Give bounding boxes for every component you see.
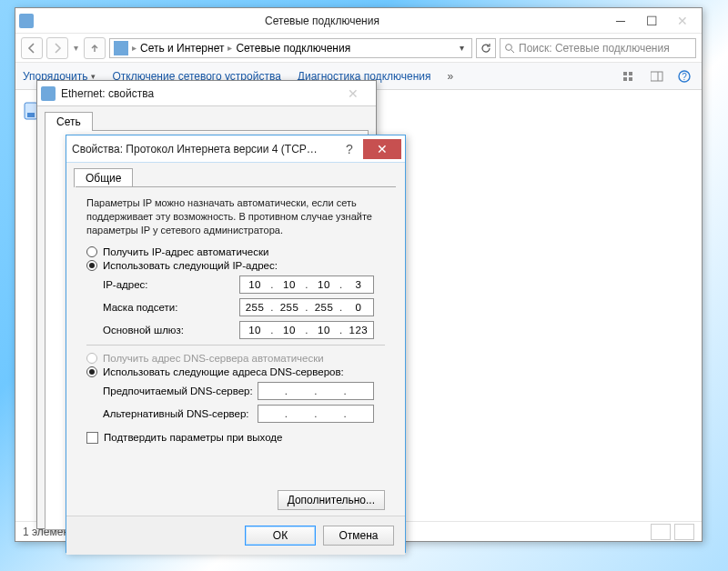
ipv4-titlebar[interactable]: Свойства: Протокол Интернета версии 4 (T… [66,135,405,163]
separator [86,345,385,346]
window-title: Сетевые подключения [39,15,605,27]
back-button[interactable] [21,37,43,59]
close-button[interactable]: ✕ [667,11,698,31]
arrow-right-icon [52,43,63,54]
window-title: Ethernet: свойства [61,87,334,100]
radio-manual-dns[interactable]: Использовать следующие адреса DNS-сервер… [86,366,385,377]
close-button[interactable]: ✕ [363,139,401,159]
chevron-right-icon: ▸ [132,43,136,53]
label-ip: IP-адрес: [103,279,239,290]
radio-icon [86,260,97,271]
svg-rect-4 [629,77,632,81]
breadcrumb-segment[interactable]: Сетевые подключения [236,42,350,55]
nav-bar: ▾ ▸ Сеть и Интернет ▸ Сетевые подключени… [15,34,702,63]
tab-strip: Общие [66,163,405,186]
forward-button[interactable] [46,37,68,59]
checkbox-icon [86,432,98,444]
radio-icon [86,246,97,257]
ok-button[interactable]: ОК [245,526,316,546]
subnet-mask-input[interactable]: 255. 255. 255. 0 [239,298,374,316]
adapter-icon [41,86,56,101]
pane-icon [651,71,663,82]
minimize-button[interactable]: ─ [605,11,636,31]
label-dns-preferred: Предпочитаемый DNS-сервер: [103,386,258,396]
label-gateway: Основной шлюз: [103,325,239,336]
search-placeholder: Поиск: Сетевые подключения [519,42,670,55]
radio-icon [86,366,97,377]
radio-label: Получить адрес DNS-сервера автоматически [103,353,324,364]
row-gateway: Основной шлюз: 10. 10. 10. 123 [103,321,385,339]
ip-address-input[interactable]: 10. 10. 10. 3 [239,275,374,294]
view-options-button[interactable] [620,67,640,85]
window-title: Свойства: Протокол Интернета версии 4 (T… [70,143,336,155]
row-ip-address: IP-адрес: 10. 10. 10. 3 [103,275,385,294]
context-help-button[interactable]: ? [336,142,363,156]
chevron-down-icon: ▾ [91,72,96,81]
dialog-buttons: ОК Отмена [66,516,405,555]
label-mask: Маска подсети: [103,302,239,313]
radio-label: Получить IP-адрес автоматически [103,246,268,257]
radio-auto-dns: Получить адрес DNS-сервера автоматически [86,353,385,364]
help-button[interactable]: ? [674,67,694,85]
gateway-input[interactable]: 10. 10. 10. 123 [239,321,374,339]
ipv4-properties-dialog: Свойства: Протокол Интернета версии 4 (T… [66,135,406,553]
refresh-button[interactable] [476,38,496,58]
row-dns-preferred: Предпочитаемый DNS-сервер: . . . [103,382,385,400]
dns-alternate-input[interactable]: . . . [258,405,374,423]
svg-rect-3 [623,77,627,81]
radio-auto-ip[interactable]: Получить IP-адрес автоматически [86,246,385,257]
ipv4-tab-body: Параметры IP можно назначать автоматичес… [76,186,396,516]
chevron-right-icon: ▸ [228,43,232,53]
recent-chevron-icon[interactable]: ▾ [74,43,78,53]
help-icon: ? [678,70,691,83]
radio-manual-ip[interactable]: Использовать следующий IP-адрес: [86,260,385,271]
close-button[interactable]: ✕ [334,84,372,104]
radio-label: Использовать следующие адреса DNS-сервер… [103,366,344,377]
search-icon [504,43,515,54]
breadcrumb[interactable]: ▸ Сеть и Интернет ▸ Сетевые подключения … [109,38,472,58]
tab-strip: Сеть [37,106,376,130]
advanced-button[interactable]: Дополнительно... [278,490,385,510]
breadcrumb-segment[interactable]: Сеть и Интернет [140,42,224,55]
up-button[interactable] [84,37,106,59]
control-panel-icon [114,41,128,55]
arrow-left-icon [26,43,37,54]
svg-rect-2 [629,72,632,75]
ethernet-titlebar[interactable]: Ethernet: свойства ✕ [37,81,376,106]
icons-view-button[interactable] [674,524,694,540]
breadcrumb-dropdown[interactable]: ▾ [456,43,468,53]
network-icon [19,14,34,28]
search-input[interactable]: Поиск: Сетевые подключения [500,38,696,58]
preview-pane-button[interactable] [647,67,667,85]
radio-label: Использовать следующий IP-адрес: [103,260,278,271]
details-view-button[interactable] [651,524,671,540]
svg-rect-1 [623,72,627,75]
validate-on-exit-checkbox[interactable]: Подтвердить параметры при выходе [86,432,385,444]
more-commands[interactable]: » [448,70,454,83]
radio-icon [86,353,97,364]
arrow-up-icon [89,43,100,54]
svg-rect-10 [27,113,35,117]
tab-general[interactable]: Общие [74,168,133,187]
checkbox-label: Подтвердить параметры при выходе [104,432,282,443]
maximize-button[interactable]: ☐ [636,11,667,31]
description-text: Параметры IP можно назначать автоматичес… [86,196,385,237]
row-subnet-mask: Маска подсети: 255. 255. 255. 0 [103,298,385,316]
svg-text:?: ? [682,72,687,82]
cancel-button[interactable]: Отмена [323,526,394,546]
label-dns-alternate: Альтернативный DNS-сервер: [103,408,258,419]
dns-preferred-input[interactable]: . . . [258,382,374,400]
tab-network[interactable]: Сеть [45,112,93,131]
refresh-icon [480,43,491,54]
view-icon [623,71,636,82]
svg-rect-5 [651,72,662,81]
svg-point-0 [506,44,512,50]
row-dns-alternate: Альтернативный DNS-сервер: . . . [103,405,385,423]
explorer-titlebar[interactable]: Сетевые подключения ─ ☐ ✕ [15,8,702,34]
